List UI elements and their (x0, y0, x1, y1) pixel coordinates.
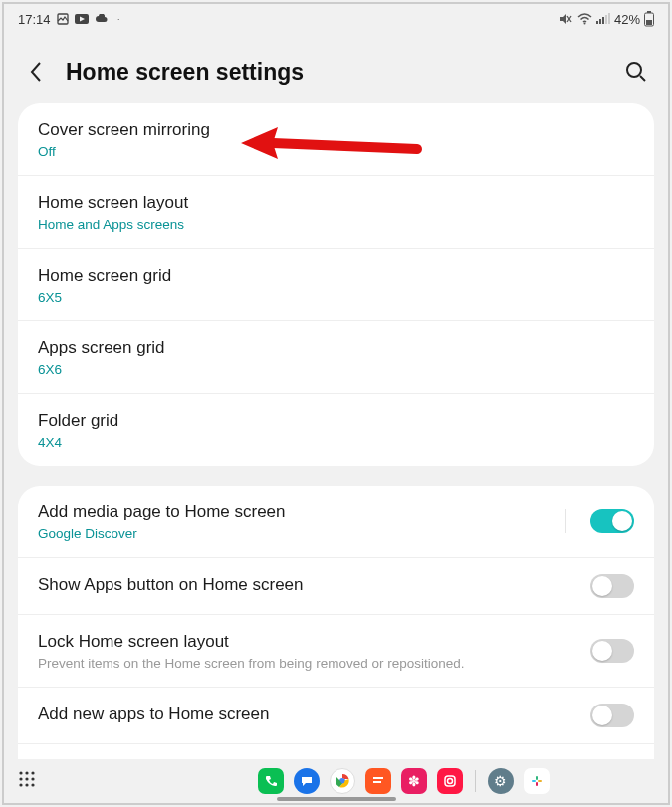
page-header: Home screen settings (4, 34, 668, 103)
home-gesture-handle[interactable] (277, 797, 396, 801)
status-bar: 17:14 • 42% (4, 4, 668, 34)
svg-rect-26 (373, 777, 383, 779)
svg-rect-33 (536, 782, 538, 786)
more-notif-icon: • (118, 17, 119, 22)
svg-point-19 (25, 777, 28, 780)
item-title: Folder grid (38, 410, 634, 433)
item-title: Lock Home screen layout (38, 631, 580, 654)
wifi-icon (577, 13, 592, 25)
app-todoist-icon[interactable] (365, 768, 391, 794)
item-folder-grid[interactable]: Folder grid 4X4 (18, 394, 654, 466)
app-chrome-icon[interactable] (330, 768, 355, 794)
cloud-icon (95, 14, 109, 24)
svg-rect-28 (445, 776, 455, 786)
item-lock-home-layout[interactable]: Lock Home screen layout Prevent items on… (18, 615, 654, 688)
svg-point-23 (31, 783, 34, 786)
app-photos-icon[interactable]: ✽ (401, 768, 427, 794)
svg-point-13 (627, 63, 641, 77)
toggle-add-new-apps[interactable] (590, 704, 634, 727)
item-apps-screen-grid[interactable]: Apps screen grid 6X6 (18, 321, 654, 394)
search-icon (625, 61, 647, 83)
item-value: Home and Apps screens (38, 217, 634, 232)
svg-rect-9 (608, 13, 610, 24)
battery-icon (644, 11, 654, 27)
settings-group-2: Add media page to Home screen Google Dis… (18, 486, 654, 799)
item-home-screen-layout[interactable]: Home screen layout Home and Apps screens (18, 176, 654, 249)
toggle-separator (565, 509, 566, 533)
svg-rect-8 (605, 15, 607, 24)
item-show-apps-button[interactable]: Show Apps button on Home screen (18, 558, 654, 615)
item-add-new-apps[interactable]: Add new apps to Home screen (18, 688, 654, 744)
svg-point-20 (31, 777, 34, 780)
settings-group-1: Cover screen mirroring Off Home screen l… (18, 103, 654, 466)
item-title: Add new apps to Home screen (38, 704, 580, 726)
svg-point-29 (447, 779, 452, 784)
item-title: Add media page to Home screen (38, 502, 561, 524)
svg-point-15 (19, 771, 22, 774)
item-title: Cover screen mirroring (38, 119, 634, 142)
gallery-icon (57, 13, 69, 25)
app-settings-icon[interactable]: ⚙ (488, 768, 514, 794)
svg-rect-12 (646, 20, 652, 25)
page-title: Home screen settings (66, 59, 606, 86)
svg-point-4 (583, 23, 585, 25)
svg-point-22 (25, 783, 28, 786)
back-button[interactable] (22, 58, 50, 86)
toggle-media-page[interactable] (590, 509, 634, 533)
item-value: 4X4 (38, 435, 634, 450)
item-value: 6X5 (38, 290, 634, 304)
svg-point-16 (25, 771, 28, 774)
item-cover-screen-mirroring[interactable]: Cover screen mirroring Off (18, 103, 654, 176)
item-title: Home screen layout (38, 192, 634, 215)
svg-rect-32 (536, 776, 538, 780)
toggle-lock-layout[interactable] (590, 639, 634, 663)
app-slack-icon[interactable] (524, 768, 550, 794)
nav-separator (475, 770, 476, 792)
svg-rect-5 (596, 21, 598, 24)
svg-point-17 (31, 771, 34, 774)
battery-pct: 42% (614, 12, 640, 27)
apps-grid-icon (18, 770, 36, 788)
svg-point-21 (19, 783, 22, 786)
chevron-left-icon (29, 61, 43, 83)
nav-bar: ✽ ⚙ (4, 759, 668, 803)
svg-point-18 (19, 777, 22, 780)
item-home-screen-grid[interactable]: Home screen grid 6X5 (18, 249, 654, 321)
clock: 17:14 (18, 12, 51, 27)
svg-rect-27 (373, 781, 381, 783)
toggle-show-apps[interactable] (590, 574, 634, 598)
mute-icon (560, 13, 573, 25)
svg-rect-31 (538, 780, 542, 782)
app-instagram-icon[interactable] (437, 768, 463, 794)
item-value: Google Discover (38, 526, 561, 541)
app-messages-icon[interactable] (294, 768, 320, 794)
item-value: 6X6 (38, 362, 634, 377)
youtube-icon (75, 14, 89, 24)
item-value: Off (38, 144, 634, 159)
item-desc: Prevent items on the Home screen from be… (38, 656, 580, 671)
item-title: Home screen grid (38, 265, 634, 288)
signal-icon (596, 13, 610, 25)
svg-rect-6 (599, 19, 601, 24)
item-title: Show Apps button on Home screen (38, 574, 580, 597)
app-phone-icon[interactable] (258, 768, 284, 794)
search-button[interactable] (622, 58, 650, 86)
svg-line-14 (640, 76, 645, 81)
item-title: Apps screen grid (38, 337, 634, 360)
svg-rect-30 (532, 780, 536, 782)
item-add-media-page[interactable]: Add media page to Home screen Google Dis… (18, 486, 654, 558)
apps-drawer-button[interactable] (18, 770, 36, 792)
svg-rect-7 (602, 17, 604, 24)
